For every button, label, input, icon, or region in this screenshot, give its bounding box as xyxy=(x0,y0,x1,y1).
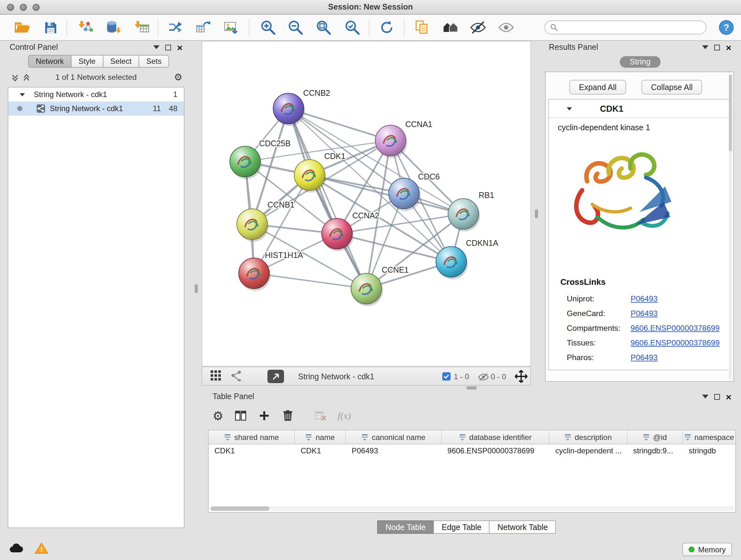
network-node-CCNB1[interactable] xyxy=(237,209,267,240)
results-panel-title: Results Panel xyxy=(549,43,598,52)
tree-expand-icon[interactable] xyxy=(20,93,25,96)
zoom-out-button[interactable] xyxy=(284,16,307,39)
column-header-id[interactable]: @id xyxy=(627,430,683,444)
open-session-button[interactable] xyxy=(11,16,34,39)
show-hidden-button[interactable] xyxy=(495,16,518,39)
network-edge[interactable] xyxy=(254,273,366,289)
import-table-button[interactable] xyxy=(131,16,154,39)
tab-select[interactable]: Select xyxy=(103,55,139,68)
expand-all-button[interactable]: Expand All xyxy=(569,80,626,95)
warnings-button[interactable]: ! xyxy=(35,542,49,557)
network-edge[interactable] xyxy=(288,109,366,289)
first-neighbors-button[interactable] xyxy=(164,16,187,39)
close-panel-icon[interactable]: × xyxy=(177,43,183,52)
tab-string[interactable]: String xyxy=(619,56,661,68)
zoom-fit-button[interactable] xyxy=(312,16,335,39)
compartments-link[interactable]: 9606.ENSP00000378699 xyxy=(630,323,720,332)
column-header-shared-name[interactable]: shared name xyxy=(209,430,295,444)
delete-column-icon[interactable] xyxy=(281,409,294,422)
tab-network[interactable]: Network xyxy=(28,55,71,68)
network-node-HIST1H1A[interactable] xyxy=(239,258,269,289)
close-panel-icon[interactable]: × xyxy=(726,43,731,52)
toolbar-separator xyxy=(404,18,405,37)
bottom-splitter-handle[interactable] xyxy=(467,386,477,389)
navigator-button[interactable] xyxy=(439,16,462,39)
column-header-namespace[interactable]: namespace xyxy=(683,430,735,444)
crosslink-label: Uniprot: xyxy=(567,294,630,303)
uniprot-link[interactable]: P06493 xyxy=(630,294,658,303)
selected-checkbox-icon[interactable] xyxy=(442,372,451,381)
hidden-eye-icon[interactable] xyxy=(478,373,489,381)
zoom-in-button[interactable] xyxy=(257,16,280,39)
tab-style[interactable]: Style xyxy=(71,55,103,68)
import-network-file-button[interactable] xyxy=(75,16,98,39)
import-network-database-button[interactable] xyxy=(102,16,125,39)
column-header-canonical-name[interactable]: canonical name xyxy=(346,430,442,444)
results-scrollbar[interactable] xyxy=(729,73,732,380)
network-collection-row[interactable]: String Network - cdk1 1 xyxy=(8,87,184,102)
gene-section-header[interactable]: CDK1 xyxy=(549,100,730,118)
network-node-CDC6[interactable] xyxy=(389,178,419,209)
pan-mode-button[interactable] xyxy=(514,369,529,384)
tissues-link[interactable]: 9606.ENSP00000378699 xyxy=(630,338,720,347)
export-image-button[interactable] xyxy=(219,16,243,39)
save-session-button[interactable] xyxy=(39,16,62,39)
genecard-link[interactable]: P06493 xyxy=(630,309,658,318)
tab-sets[interactable]: Sets xyxy=(138,55,169,68)
panel-menu-icon[interactable] xyxy=(702,395,709,398)
detach-view-button[interactable] xyxy=(267,370,284,383)
network-view-title: String Network - cdk1 xyxy=(298,367,374,386)
annotation-button[interactable] xyxy=(410,16,433,39)
column-header-description[interactable]: description xyxy=(549,430,627,444)
right-splitter-handle[interactable] xyxy=(535,209,538,219)
left-splitter-handle[interactable] xyxy=(195,284,198,293)
tab-node-table[interactable]: Node Table xyxy=(377,520,434,534)
table-horizontal-scrollbar[interactable] xyxy=(210,506,734,511)
network-node-CCNE1[interactable] xyxy=(351,273,382,304)
toolbar-separator xyxy=(369,18,369,37)
network-node-CDKN1A[interactable] xyxy=(436,246,467,277)
crosshair-move-icon xyxy=(514,369,529,384)
cell-namespace: stringdb xyxy=(683,444,735,457)
apply-preferred-layout-button[interactable] xyxy=(375,16,398,39)
search-box[interactable] xyxy=(544,20,706,35)
column-header-name[interactable]: name xyxy=(295,430,346,444)
new-network-from-selection-button[interactable] xyxy=(192,16,214,39)
network-canvas[interactable]: CCNB2CCNA1CDC25BCDK1CDC6RB1CCNB1CCNA2CDK… xyxy=(202,41,531,367)
column-header-database-identifier[interactable]: database identifier xyxy=(442,430,549,444)
pharos-link[interactable]: P06493 xyxy=(630,353,658,362)
float-panel-icon[interactable] xyxy=(714,394,720,399)
float-panel-icon[interactable] xyxy=(714,44,720,50)
network-node-CCNA1[interactable] xyxy=(375,125,406,156)
show-columns-icon[interactable] xyxy=(234,409,247,422)
network-options-gear-icon[interactable]: ⚙ xyxy=(174,72,183,82)
network-summary-row: 1 of 1 Network selected ⚙ xyxy=(3,70,189,84)
network-node-CDC25B[interactable] xyxy=(230,146,260,177)
table-options-gear-icon[interactable]: ⚙ xyxy=(212,410,223,422)
memory-button[interactable]: Memory xyxy=(682,543,732,556)
network-node-CCNA2[interactable] xyxy=(322,219,352,249)
cloud-status-button[interactable] xyxy=(9,542,24,556)
network-selected-summary: 1 of 1 Network selected xyxy=(3,70,189,84)
network-node-RB1[interactable] xyxy=(448,199,479,229)
search-input[interactable] xyxy=(562,22,701,33)
help-button[interactable]: ? xyxy=(715,16,738,39)
table-row[interactable]: CDK1 CDK1 P06493 9606.ENSP00000378699 cy… xyxy=(209,444,735,457)
hide-selected-button[interactable] xyxy=(467,16,489,39)
collapse-section-icon[interactable] xyxy=(567,107,572,110)
tab-network-table[interactable]: Network Table xyxy=(489,520,556,534)
grid-view-button[interactable] xyxy=(210,370,221,381)
add-column-icon[interactable] xyxy=(258,409,271,422)
network-node-CDK1[interactable] xyxy=(294,160,325,190)
close-panel-icon[interactable]: × xyxy=(726,392,731,401)
gene-section: CDK1 cyclin-dependent kinase 1 xyxy=(548,99,731,370)
float-panel-icon[interactable] xyxy=(165,44,171,50)
network-node-CCNB2[interactable] xyxy=(273,93,304,124)
collapse-all-button[interactable]: Collapse All xyxy=(642,80,702,95)
zoom-selected-button[interactable] xyxy=(341,16,364,39)
network-row[interactable]: String Network - cdk1 11 48 xyxy=(8,102,184,116)
panel-menu-icon[interactable] xyxy=(702,45,709,49)
panel-menu-icon[interactable] xyxy=(153,45,159,49)
tab-edge-table[interactable]: Edge Table xyxy=(433,520,490,534)
network-share-button[interactable] xyxy=(230,370,242,381)
